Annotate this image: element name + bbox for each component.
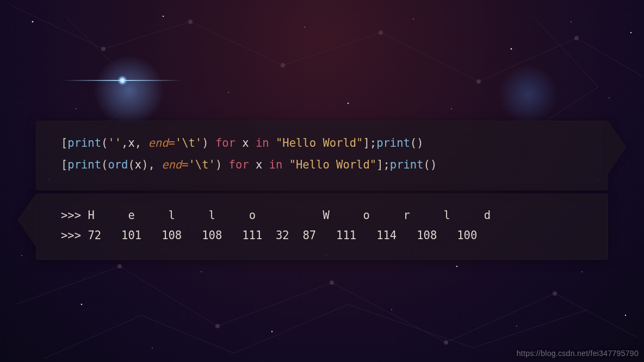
svg-point-1 (188, 20, 193, 24)
svg-point-9 (444, 340, 448, 345)
svg-point-23 (21, 255, 22, 256)
output-panel: >>> H e l l o W o r l d >>> 72 101 108 1… (36, 194, 608, 260)
svg-point-30 (456, 266, 458, 267)
output-block: >>> H e l l o W o r l d >>> 72 101 108 1… (61, 205, 583, 246)
svg-point-20 (571, 21, 572, 22)
svg-point-33 (625, 315, 626, 316)
svg-point-15 (304, 27, 305, 28)
svg-point-29 (391, 309, 392, 310)
svg-point-6 (117, 264, 122, 269)
output-line-chars: >>> H e l l o W o r l d (61, 209, 491, 222)
svg-point-11 (32, 21, 34, 23)
svg-point-31 (516, 326, 517, 327)
svg-point-27 (271, 331, 273, 332)
svg-point-13 (163, 16, 164, 17)
svg-point-21 (609, 97, 610, 98)
svg-point-3 (379, 30, 383, 35)
watermark-text: https://blog.csdn.net/fei347795790 (517, 349, 639, 358)
svg-point-14 (228, 92, 229, 93)
svg-point-26 (201, 271, 202, 272)
svg-point-24 (81, 304, 83, 305)
svg-point-32 (581, 271, 583, 272)
code-line-1: [print('',x, end='\t') for x in "Hello W… (61, 136, 424, 149)
output-line-codes: >>> 72 101 108 108 111 32 87 111 114 108… (61, 229, 477, 242)
svg-point-17 (413, 18, 414, 20)
svg-point-12 (76, 108, 77, 109)
svg-point-4 (476, 79, 481, 84)
svg-point-18 (451, 108, 452, 109)
svg-point-7 (215, 324, 220, 328)
svg-point-2 (281, 63, 285, 67)
code-panel: [print('',x, end='\t') for x in "Hello W… (36, 121, 608, 190)
svg-point-22 (630, 32, 631, 33)
svg-point-0 (101, 47, 106, 51)
svg-point-10 (553, 291, 557, 296)
svg-point-8 (330, 280, 334, 285)
lens-flare-icon (122, 80, 123, 82)
code-block: [print('',x, end='\t') for x in "Hello W… (61, 133, 583, 176)
code-line-2: [print(ord(x), end='\t') for x in "Hello… (61, 158, 437, 171)
svg-point-16 (348, 103, 349, 104)
svg-point-5 (574, 36, 579, 40)
svg-point-19 (511, 48, 512, 50)
svg-point-25 (152, 347, 153, 348)
